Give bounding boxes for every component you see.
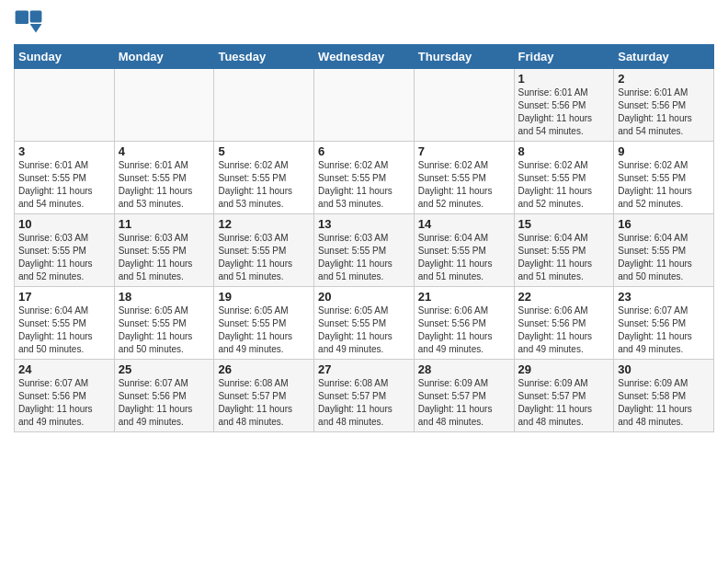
- calendar-cell: 6Sunrise: 6:02 AMSunset: 5:55 PMDaylight…: [314, 142, 415, 214]
- calendar-cell: 10Sunrise: 6:03 AMSunset: 5:55 PMDayligh…: [15, 214, 115, 287]
- calendar-cell: 21Sunrise: 6:06 AMSunset: 5:56 PMDayligh…: [414, 287, 514, 360]
- day-number: 9: [618, 144, 710, 158]
- day-info: Sunrise: 6:07 AMSunset: 5:56 PMDaylight:…: [18, 377, 110, 429]
- day-number: 23: [618, 290, 710, 304]
- day-info: Sunrise: 6:09 AMSunset: 5:58 PMDaylight:…: [618, 377, 710, 429]
- day-number: 5: [218, 144, 310, 158]
- calendar-cell: 16Sunrise: 6:04 AMSunset: 5:55 PMDayligh…: [614, 214, 714, 287]
- day-number: 17: [18, 290, 110, 304]
- day-number: 2: [618, 72, 710, 86]
- day-info: Sunrise: 6:01 AMSunset: 5:56 PMDaylight:…: [618, 86, 710, 138]
- calendar-week: 3Sunrise: 6:01 AMSunset: 5:55 PMDaylight…: [15, 142, 714, 214]
- logo: [14, 9, 47, 39]
- day-number: 7: [418, 144, 510, 158]
- calendar-cell: 5Sunrise: 6:02 AMSunset: 5:55 PMDaylight…: [214, 142, 314, 214]
- calendar-cell: 8Sunrise: 6:02 AMSunset: 5:55 PMDaylight…: [514, 142, 614, 214]
- calendar-cell: 20Sunrise: 6:05 AMSunset: 5:55 PMDayligh…: [314, 287, 415, 360]
- day-number: 14: [418, 217, 510, 231]
- day-info: Sunrise: 6:02 AMSunset: 5:55 PMDaylight:…: [218, 159, 310, 211]
- day-info: Sunrise: 6:08 AMSunset: 5:57 PMDaylight:…: [318, 377, 410, 429]
- page: SundayMondayTuesdayWednesdayThursdayFrid…: [0, 0, 728, 442]
- calendar-cell: 13Sunrise: 6:03 AMSunset: 5:55 PMDayligh…: [314, 214, 415, 287]
- day-info: Sunrise: 6:04 AMSunset: 5:55 PMDaylight:…: [418, 232, 510, 283]
- weekday-header: Saturday: [614, 45, 714, 69]
- day-number: 27: [318, 362, 410, 376]
- calendar-cell: 14Sunrise: 6:04 AMSunset: 5:55 PMDayligh…: [414, 214, 514, 287]
- day-info: Sunrise: 6:06 AMSunset: 5:56 PMDaylight:…: [418, 304, 510, 356]
- weekday-header: Monday: [114, 45, 214, 69]
- day-info: Sunrise: 6:02 AMSunset: 5:55 PMDaylight:…: [418, 159, 510, 211]
- header: [14, 9, 714, 39]
- calendar-cell: 23Sunrise: 6:07 AMSunset: 5:56 PMDayligh…: [614, 287, 714, 360]
- day-info: Sunrise: 6:04 AMSunset: 5:55 PMDaylight:…: [518, 232, 610, 283]
- calendar-week: 24Sunrise: 6:07 AMSunset: 5:56 PMDayligh…: [15, 360, 714, 432]
- calendar-cell: [214, 69, 314, 142]
- calendar-cell: [114, 69, 214, 142]
- day-number: 16: [618, 217, 710, 231]
- day-info: Sunrise: 6:06 AMSunset: 5:56 PMDaylight:…: [518, 304, 610, 356]
- svg-rect-2: [30, 11, 42, 23]
- calendar-cell: 11Sunrise: 6:03 AMSunset: 5:55 PMDayligh…: [114, 214, 214, 287]
- day-info: Sunrise: 6:09 AMSunset: 5:57 PMDaylight:…: [418, 377, 510, 429]
- day-number: 12: [218, 217, 310, 231]
- calendar-cell: 2Sunrise: 6:01 AMSunset: 5:56 PMDaylight…: [614, 69, 714, 142]
- day-info: Sunrise: 6:03 AMSunset: 5:55 PMDaylight:…: [119, 232, 210, 283]
- calendar-cell: 30Sunrise: 6:09 AMSunset: 5:58 PMDayligh…: [614, 360, 714, 432]
- svg-rect-1: [16, 11, 28, 24]
- day-number: 4: [119, 144, 210, 158]
- calendar-cell: 12Sunrise: 6:03 AMSunset: 5:55 PMDayligh…: [214, 214, 314, 287]
- day-number: 15: [518, 217, 610, 231]
- calendar-week: 1Sunrise: 6:01 AMSunset: 5:56 PMDaylight…: [15, 69, 714, 142]
- calendar-cell: [314, 69, 415, 142]
- day-number: 13: [318, 217, 410, 231]
- day-info: Sunrise: 6:02 AMSunset: 5:55 PMDaylight:…: [318, 159, 410, 211]
- calendar-cell: 18Sunrise: 6:05 AMSunset: 5:55 PMDayligh…: [114, 287, 214, 360]
- day-number: 8: [518, 144, 610, 158]
- calendar-cell: 17Sunrise: 6:04 AMSunset: 5:55 PMDayligh…: [15, 287, 115, 360]
- day-info: Sunrise: 6:08 AMSunset: 5:57 PMDaylight:…: [218, 377, 310, 429]
- calendar-week: 10Sunrise: 6:03 AMSunset: 5:55 PMDayligh…: [15, 214, 714, 287]
- day-number: 19: [218, 290, 310, 304]
- weekday-header: Wednesday: [314, 45, 415, 69]
- calendar: SundayMondayTuesdayWednesdayThursdayFrid…: [14, 44, 714, 432]
- day-info: Sunrise: 6:02 AMSunset: 5:55 PMDaylight:…: [518, 159, 610, 211]
- day-info: Sunrise: 6:09 AMSunset: 5:57 PMDaylight:…: [518, 377, 610, 429]
- day-info: Sunrise: 6:05 AMSunset: 5:55 PMDaylight:…: [218, 304, 310, 356]
- day-number: 18: [119, 290, 210, 304]
- day-info: Sunrise: 6:02 AMSunset: 5:55 PMDaylight:…: [618, 159, 710, 211]
- calendar-cell: 22Sunrise: 6:06 AMSunset: 5:56 PMDayligh…: [514, 287, 614, 360]
- day-info: Sunrise: 6:04 AMSunset: 5:55 PMDaylight:…: [618, 232, 710, 283]
- day-info: Sunrise: 6:07 AMSunset: 5:56 PMDaylight:…: [119, 377, 210, 429]
- day-number: 24: [18, 362, 110, 376]
- day-info: Sunrise: 6:04 AMSunset: 5:55 PMDaylight:…: [18, 304, 110, 356]
- day-info: Sunrise: 6:01 AMSunset: 5:55 PMDaylight:…: [18, 159, 110, 211]
- day-number: 26: [218, 362, 310, 376]
- calendar-cell: 19Sunrise: 6:05 AMSunset: 5:55 PMDayligh…: [214, 287, 314, 360]
- calendar-cell: 29Sunrise: 6:09 AMSunset: 5:57 PMDayligh…: [514, 360, 614, 432]
- calendar-cell: [15, 69, 115, 142]
- day-info: Sunrise: 6:01 AMSunset: 5:56 PMDaylight:…: [518, 86, 610, 138]
- calendar-cell: 15Sunrise: 6:04 AMSunset: 5:55 PMDayligh…: [514, 214, 614, 287]
- day-number: 28: [418, 362, 510, 376]
- calendar-cell: 9Sunrise: 6:02 AMSunset: 5:55 PMDaylight…: [614, 142, 714, 214]
- calendar-cell: 3Sunrise: 6:01 AMSunset: 5:55 PMDaylight…: [15, 142, 115, 214]
- calendar-cell: 26Sunrise: 6:08 AMSunset: 5:57 PMDayligh…: [214, 360, 314, 432]
- day-info: Sunrise: 6:05 AMSunset: 5:55 PMDaylight:…: [119, 304, 210, 356]
- calendar-cell: 27Sunrise: 6:08 AMSunset: 5:57 PMDayligh…: [314, 360, 415, 432]
- day-number: 22: [518, 290, 610, 304]
- calendar-cell: 1Sunrise: 6:01 AMSunset: 5:56 PMDaylight…: [514, 69, 614, 142]
- calendar-cell: [414, 69, 514, 142]
- weekday-header: Tuesday: [214, 45, 314, 69]
- calendar-cell: 28Sunrise: 6:09 AMSunset: 5:57 PMDayligh…: [414, 360, 514, 432]
- day-number: 30: [618, 362, 710, 376]
- calendar-cell: 4Sunrise: 6:01 AMSunset: 5:55 PMDaylight…: [114, 142, 214, 214]
- day-number: 25: [119, 362, 210, 376]
- day-number: 11: [119, 217, 210, 231]
- calendar-body: 1Sunrise: 6:01 AMSunset: 5:56 PMDaylight…: [15, 69, 714, 432]
- day-number: 1: [518, 72, 610, 86]
- logo-icon: [14, 9, 43, 39]
- calendar-cell: 25Sunrise: 6:07 AMSunset: 5:56 PMDayligh…: [114, 360, 214, 432]
- day-info: Sunrise: 6:05 AMSunset: 5:55 PMDaylight:…: [318, 304, 410, 356]
- day-number: 21: [418, 290, 510, 304]
- day-info: Sunrise: 6:03 AMSunset: 5:55 PMDaylight:…: [18, 232, 110, 283]
